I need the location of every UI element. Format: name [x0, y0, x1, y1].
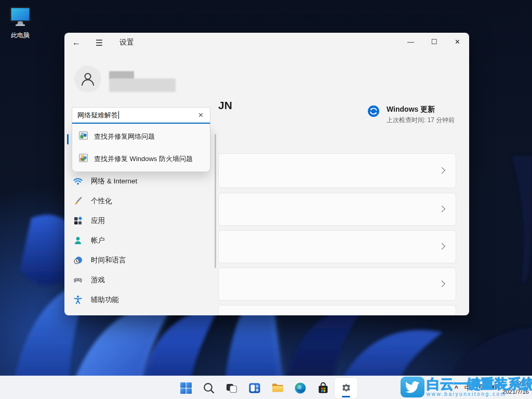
sidebar-item-network[interactable]: 网络 & Internet: [67, 172, 211, 191]
game-controller-icon: [73, 275, 83, 285]
ime-indicator[interactable]: 中: [463, 382, 473, 394]
close-button[interactable]: ✕: [446, 33, 469, 50]
sidebar-item-time-language[interactable]: 时间和语言: [67, 251, 211, 270]
search-result-label: 查找并修复 Windows 防火墙问题: [94, 154, 193, 164]
windows-update-sync-icon: [367, 105, 380, 125]
sidebar-item-label: 网络 & Internet: [91, 177, 137, 186]
accessibility-person-icon: [73, 295, 83, 304]
this-pc-label: 此电脑: [5, 31, 35, 40]
this-pc-monitor-icon: [9, 20, 32, 29]
window-title: 设置: [119, 38, 134, 47]
gear-icon: [340, 381, 353, 394]
settings-row-4[interactable]: [218, 268, 456, 301]
search-value: 网络疑难解答: [77, 111, 118, 119]
edge-browser-button[interactable]: [289, 378, 312, 398]
minimize-button[interactable]: —: [399, 33, 422, 50]
microsoft-store-button[interactable]: [312, 378, 335, 398]
maximize-button[interactable]: ☐: [422, 33, 446, 50]
sidebar-item-label: 时间和语言: [91, 256, 126, 265]
search-results-dropdown: 查找并修复网络问题 查找并修复 Windows 防火墙问题: [72, 124, 210, 172]
sidebar-item-label: 帐户: [91, 236, 105, 245]
sidebar-item-label: 辅助功能: [91, 295, 119, 304]
firewall-troubleshooter-icon: [79, 154, 88, 164]
text-cursor: [118, 111, 119, 119]
search-icon: [203, 382, 215, 394]
sidebar-item-label: 应用: [91, 216, 105, 225]
sidebar-selected-indicator: [67, 134, 69, 144]
clear-search-icon[interactable]: ✕: [196, 110, 206, 120]
settings-row-3[interactable]: [218, 230, 456, 263]
settings-row-2[interactable]: [218, 193, 456, 226]
hamburger-menu-icon[interactable]: ☰: [92, 37, 106, 48]
back-arrow-icon[interactable]: ←: [70, 37, 83, 48]
user-email-redacted: [109, 78, 176, 92]
windows-update-summary[interactable]: Windows 更新 上次检查时间: 17 分钟前: [367, 105, 455, 125]
taskbar: ^ 中 9:11 2021/7/16: [0, 376, 532, 399]
sidebar-item-apps[interactable]: 应用: [67, 211, 211, 230]
this-pc-desktop-icon[interactable]: 此电脑: [5, 6, 35, 40]
tray-date: 2021/7/16: [502, 388, 529, 396]
sidebar-item-accessibility[interactable]: 辅助功能: [67, 290, 211, 309]
search-taskbar-button[interactable]: [197, 378, 220, 398]
sidebar-scrollbar[interactable]: [215, 134, 216, 268]
windows-update-title: Windows 更新: [387, 105, 455, 114]
widgets-button[interactable]: [243, 378, 266, 398]
account-person-icon: [73, 236, 83, 245]
task-view-button[interactable]: [220, 378, 243, 398]
sidebar-item-gaming[interactable]: 游戏: [67, 271, 211, 289]
titlebar: ← ☰ 设置 — ☐ ✕: [64, 33, 469, 51]
chevron-right-icon: [438, 167, 445, 174]
paintbrush-icon: [73, 196, 83, 206]
sidebar-item-label: 游戏: [91, 275, 105, 285]
system-tray: ^ 中 9:11 2021/7/16: [455, 376, 529, 399]
widgets-icon: [248, 382, 261, 394]
settings-taskbar-button[interactable]: [335, 378, 357, 398]
clock-language-icon: [73, 256, 83, 265]
file-explorer-button[interactable]: [266, 378, 289, 398]
microsoft-store-icon: [317, 382, 329, 394]
search-result-label: 查找并修复网络问题: [94, 132, 155, 141]
user-avatar[interactable]: [74, 65, 101, 92]
search-result-network[interactable]: 查找并修复网络问题: [72, 125, 210, 148]
task-view-icon: [225, 382, 238, 394]
chevron-right-icon: [438, 281, 445, 287]
settings-row-5[interactable]: [218, 305, 456, 315]
windows-update-status: 上次检查时间: 17 分钟前: [387, 116, 455, 125]
chevron-right-icon: [438, 243, 445, 250]
search-result-firewall[interactable]: 查找并修复 Windows 防火墙问题: [72, 148, 210, 170]
windows-logo-icon: [180, 382, 192, 394]
chevron-right-icon: [438, 206, 445, 212]
sidebar-item-personalization[interactable]: 个性化: [67, 192, 211, 210]
start-button[interactable]: [175, 378, 197, 398]
settings-search-input[interactable]: 网络疑难解答 ✕: [72, 107, 210, 124]
network-troubleshooter-icon: [79, 131, 88, 141]
network-tray-icon[interactable]: [477, 383, 485, 393]
sidebar-item-label: 个性化: [91, 196, 112, 206]
wifi-icon: [73, 177, 83, 186]
sidebar-item-accounts[interactable]: 帐户: [67, 231, 211, 250]
volume-tray-icon[interactable]: [490, 383, 498, 393]
file-explorer-icon: [271, 381, 284, 394]
sidebar: 网络 & Internet 个性化 应用: [64, 171, 215, 310]
taskbar-clock[interactable]: 9:11 2021/7/16: [502, 380, 529, 396]
tray-time: 9:11: [502, 380, 529, 388]
settings-window: ← ☰ 设置 — ☐ ✕ 网络疑难解答 ✕: [64, 33, 469, 315]
settings-row-1[interactable]: [218, 153, 456, 188]
apps-icon: [73, 216, 83, 225]
person-icon: [80, 71, 96, 87]
hidden-icons-chevron[interactable]: ^: [455, 384, 458, 392]
edge-icon: [294, 382, 307, 394]
device-name-heading: JN: [218, 99, 232, 112]
